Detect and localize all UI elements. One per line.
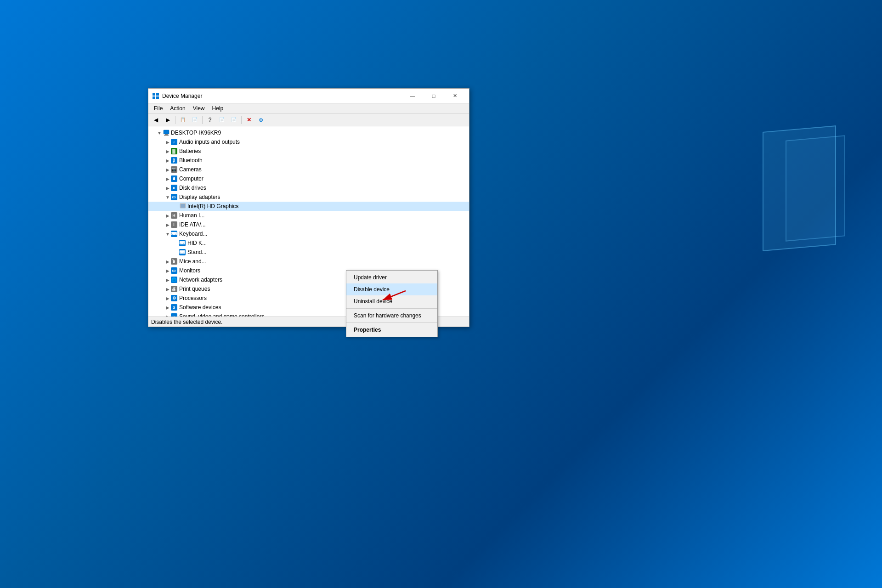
intel-label: Intel(R) HD Graphics xyxy=(187,203,238,209)
menu-help[interactable]: Help xyxy=(209,104,227,113)
bluetooth-icon: β xyxy=(171,157,178,164)
maximize-button[interactable]: □ xyxy=(423,89,444,103)
toolbar-separator-2 xyxy=(202,116,203,124)
software-label: Software devices xyxy=(179,304,221,311)
svg-rect-3 xyxy=(156,96,159,99)
ide-icon: I xyxy=(171,221,178,228)
toolbar-separator-3 xyxy=(241,116,242,124)
computer-icon: 🖥 xyxy=(171,175,178,182)
close-button[interactable]: ✕ xyxy=(444,89,465,103)
network-icon: 🌐 xyxy=(171,277,178,283)
svg-rect-2 xyxy=(153,96,155,99)
tree-item-ide[interactable]: ▶ I IDE ATA/... xyxy=(148,220,469,229)
mice-chevron: ▶ xyxy=(165,259,170,264)
tree-item-audio[interactable]: ▶ ♪ Audio inputs and outputs xyxy=(148,137,469,147)
root-chevron: ▼ xyxy=(157,130,162,136)
tree-item-mice[interactable]: ▶ 🖱 Mice and... xyxy=(148,257,469,266)
network-label: Network adapters xyxy=(179,277,222,283)
resources-button[interactable]: 📄 xyxy=(228,115,239,125)
hid-kb-label: HID K... xyxy=(187,240,207,246)
root-icon xyxy=(163,130,170,136)
keyboards-icon: ⌨ xyxy=(171,231,178,237)
minimize-button[interactable]: — xyxy=(402,89,423,103)
cameras-icon: 📷 xyxy=(171,166,178,173)
processors-icon: ⚙ xyxy=(171,295,178,301)
window-icon xyxy=(152,92,159,100)
monitors-label: Monitors xyxy=(179,267,200,274)
context-scan-hardware[interactable]: Scan for hardware changes xyxy=(346,310,437,322)
toolbar-separator-1 xyxy=(175,116,175,124)
uninstall-button[interactable]: ✕ xyxy=(243,115,254,125)
tree-item-batteries[interactable]: ▶ ▓ Batteries xyxy=(148,147,469,156)
device-manager-window: Device Manager — □ ✕ File Action View He… xyxy=(148,88,469,327)
processors-label: Processors xyxy=(179,295,207,301)
audio-chevron: ▶ xyxy=(165,139,170,145)
scan-button[interactable]: ⊕ xyxy=(255,115,266,125)
mice-label: Mice and... xyxy=(179,258,206,265)
keyboards-chevron: ▼ xyxy=(165,231,170,237)
print-chevron: ▶ xyxy=(165,286,170,292)
tree-item-cameras[interactable]: ▶ 📷 Cameras xyxy=(148,165,469,174)
batteries-label: Batteries xyxy=(179,148,201,154)
context-update-driver[interactable]: Update driver xyxy=(346,271,437,283)
print-icon: 🖨 xyxy=(171,286,178,292)
monitors-chevron: ▶ xyxy=(165,268,170,273)
tree-item-bluetooth[interactable]: ▶ β Bluetooth xyxy=(148,156,469,165)
window-title: Device Manager xyxy=(162,93,402,99)
disk-icon: ● xyxy=(171,185,178,191)
std-kb-label: Stand... xyxy=(187,249,206,255)
hid-label: Human I... xyxy=(179,212,204,219)
cameras-chevron: ▶ xyxy=(165,167,170,172)
sound-label: Sound, video and game controllers xyxy=(179,313,264,317)
window-controls: — □ ✕ xyxy=(402,89,465,103)
bg-decoration-2 xyxy=(786,135,845,241)
hid-chevron: ▶ xyxy=(165,213,170,218)
forward-button[interactable]: ▶ xyxy=(162,115,173,125)
view-button[interactable]: 📄 xyxy=(216,115,227,125)
svg-rect-8 xyxy=(181,204,185,208)
context-properties[interactable]: Properties xyxy=(346,324,437,336)
menu-view[interactable]: View xyxy=(189,104,209,113)
menu-action[interactable]: Action xyxy=(166,104,189,113)
monitors-icon: ▭ xyxy=(171,267,178,274)
menu-bar: File Action View Help xyxy=(148,103,469,113)
display-label: Display adapters xyxy=(179,194,220,200)
context-separator-2 xyxy=(346,322,437,323)
tree-item-display[interactable]: ▼ ▭ Display adapters xyxy=(148,192,469,202)
bluetooth-chevron: ▶ xyxy=(165,158,170,163)
display-chevron: ▼ xyxy=(165,194,170,200)
help-button[interactable]: ? xyxy=(204,115,215,125)
software-chevron: ▶ xyxy=(165,305,170,310)
tree-item-hid-keyboard[interactable]: ▶ ⌨ HID K... xyxy=(148,238,469,248)
properties-button[interactable]: 📋 xyxy=(177,115,188,125)
tree-item-hid[interactable]: ▶ H Human I... xyxy=(148,211,469,220)
toolbar: ◀ ▶ 📋 📄 ? 📄 📄 ✕ ⊕ xyxy=(148,113,469,126)
tree-item-std-keyboard[interactable]: ▶ ⌨ Stand... xyxy=(148,248,469,257)
hid-kb-icon: ⌨ xyxy=(180,240,186,246)
ide-chevron: ▶ xyxy=(165,222,170,227)
keyboards-label: Keyboard... xyxy=(179,231,207,237)
menu-file[interactable]: File xyxy=(150,104,166,113)
svg-rect-1 xyxy=(156,93,159,96)
print-label: Print queues xyxy=(179,286,210,292)
back-button[interactable]: ◀ xyxy=(150,115,161,125)
mice-icon: 🖱 xyxy=(171,258,178,265)
bluetooth-label: Bluetooth xyxy=(179,157,203,164)
tree-item-intel-gpu[interactable]: ▶ Intel(R) HD Graphics xyxy=(148,202,469,211)
tree-root[interactable]: ▼ DESKTOP-IK96KR9 xyxy=(148,128,469,137)
batteries-chevron: ▶ xyxy=(165,148,170,154)
audio-label: Audio inputs and outputs xyxy=(179,139,240,145)
computer-chevron: ▶ xyxy=(165,176,170,181)
tree-item-keyboards[interactable]: ▼ ⌨ Keyboard... xyxy=(148,229,469,238)
std-kb-icon: ⌨ xyxy=(180,249,186,255)
update-driver-button[interactable]: 📄 xyxy=(189,115,200,125)
ide-label: IDE ATA/... xyxy=(179,221,206,228)
tree-item-computer[interactable]: ▶ 🖥 Computer xyxy=(148,174,469,183)
context-separator-1 xyxy=(346,308,437,309)
tree-item-disk[interactable]: ▶ ● Disk drives xyxy=(148,183,469,192)
sound-icon: ♪ xyxy=(171,313,178,317)
software-icon: S xyxy=(171,304,178,311)
status-text: Disables the selected device. xyxy=(151,319,222,325)
svg-line-10 xyxy=(383,291,406,300)
arrow-annotation xyxy=(373,286,410,305)
